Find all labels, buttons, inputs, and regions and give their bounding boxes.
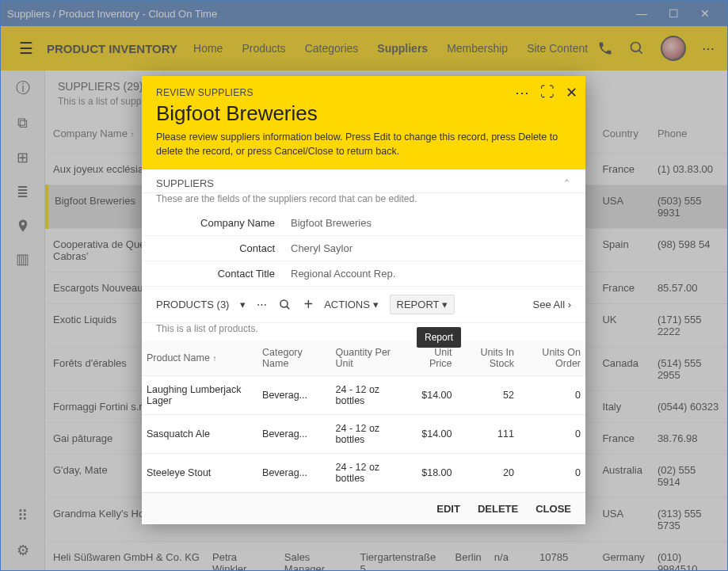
- col-header[interactable]: Units In Stock: [456, 341, 519, 376]
- products-title[interactable]: PRODUCTS (3): [156, 299, 229, 310]
- fullscreen-icon[interactable]: ⛶: [540, 84, 555, 101]
- add-icon[interactable]: +: [303, 295, 313, 314]
- more-icon[interactable]: ⋯: [257, 299, 267, 310]
- close-icon[interactable]: ✕: [566, 84, 577, 101]
- table-row[interactable]: Steeleye StoutBeverag...24 - 12 oz bottl…: [142, 454, 585, 493]
- form-row: Company NameBigfoot Breweries: [142, 211, 585, 236]
- section-desc: These are the fields of the suppliers re…: [142, 193, 585, 211]
- collapse-icon[interactable]: ⌃: [562, 177, 571, 189]
- delete-button[interactable]: DELETE: [478, 503, 518, 515]
- supplier-modal: ⋯ ⛶ ✕ REVIEW SUPPLIERS Bigfoot Breweries…: [142, 76, 585, 520]
- actions-button[interactable]: ACTIONS ▾: [324, 299, 378, 310]
- products-table: Product Name ↑Category NameQuantity Per …: [142, 341, 585, 493]
- col-header[interactable]: Units On Order: [519, 341, 585, 376]
- svg-line-3: [287, 306, 289, 308]
- table-row[interactable]: Sasquatch AleBeverag...24 - 12 oz bottle…: [142, 415, 585, 454]
- report-button[interactable]: REPORT ▾: [390, 295, 455, 314]
- modal-more-icon[interactable]: ⋯: [515, 84, 529, 101]
- search-icon[interactable]: [278, 298, 292, 312]
- section-header[interactable]: SUPPLIERS ⌃: [142, 169, 585, 193]
- modal-subtitle: REVIEW SUPPLIERS: [156, 87, 571, 98]
- products-desc: This is a list of products.: [142, 323, 585, 341]
- chevron-down-icon[interactable]: ▾: [240, 299, 246, 310]
- table-row[interactable]: Laughing Lumberjack LagerBeverag...24 - …: [142, 376, 585, 415]
- report-tooltip: Report: [417, 327, 461, 348]
- products-toolbar: PRODUCTS (3) ▾ ⋯ + ACTIONS ▾ REPORT ▾ Se…: [142, 287, 585, 323]
- modal-hint: Please review suppliers information belo…: [156, 131, 571, 158]
- col-header[interactable]: Category Name: [257, 341, 330, 376]
- modal-title: Bigfoot Breweries: [156, 101, 571, 126]
- modal-header: ⋯ ⛶ ✕ REVIEW SUPPLIERS Bigfoot Breweries…: [142, 76, 585, 169]
- col-header[interactable]: Quantity Per Unit: [331, 341, 407, 376]
- close-button[interactable]: CLOSE: [536, 503, 571, 515]
- modal-footer: EDIT DELETE CLOSE: [142, 493, 585, 524]
- edit-button[interactable]: EDIT: [436, 503, 460, 515]
- form-row: Contact TitleRegional Account Rep.: [142, 261, 585, 287]
- form-row: ContactCheryl Saylor: [142, 236, 585, 261]
- svg-point-2: [280, 300, 288, 307]
- see-all-link[interactable]: See All ›: [533, 299, 571, 310]
- col-header[interactable]: Product Name ↑: [142, 341, 257, 376]
